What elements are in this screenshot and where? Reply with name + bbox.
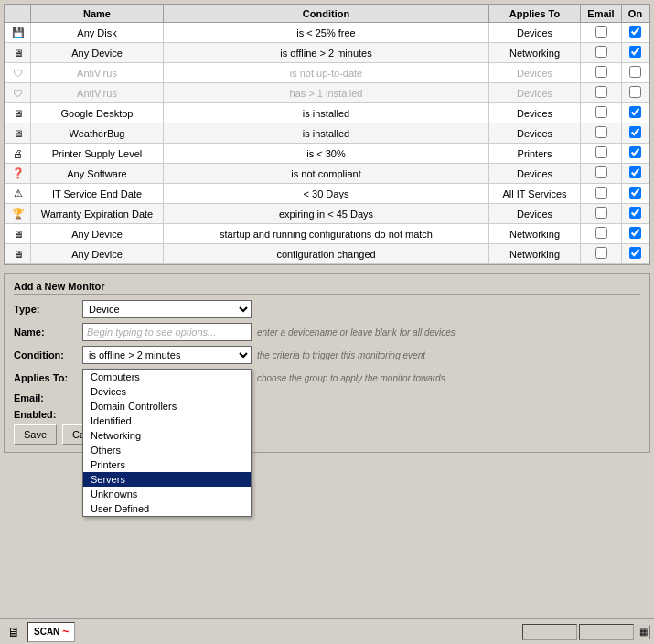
type-label: Type: bbox=[14, 304, 82, 315]
table-row: 🖥Any Devicestartup and running configura… bbox=[5, 224, 649, 244]
row-name: Warranty Expiration Date bbox=[31, 204, 164, 224]
row-on bbox=[622, 224, 649, 244]
row-on bbox=[622, 184, 649, 204]
email-checkbox-row[interactable] bbox=[595, 187, 607, 199]
add-monitor-section: Add a New Monitor Type: Device Printer N… bbox=[4, 273, 650, 453]
on-checkbox-row[interactable] bbox=[629, 86, 641, 98]
condition-select[interactable]: is offline > 2 minutes bbox=[82, 346, 252, 364]
row-name: IT Service End Date bbox=[31, 184, 164, 204]
email-checkbox-row[interactable] bbox=[595, 66, 607, 78]
on-checkbox-row[interactable] bbox=[629, 207, 641, 219]
row-name: Any Device bbox=[31, 224, 164, 244]
email-label: Email: bbox=[14, 392, 82, 403]
on-checkbox-row[interactable] bbox=[629, 26, 641, 38]
th-email: Email bbox=[581, 5, 622, 23]
row-icon: 💾 bbox=[5, 23, 31, 43]
row-email bbox=[581, 123, 622, 144]
email-checkbox-row[interactable] bbox=[595, 26, 607, 38]
table-row: 🛡AntiVirushas > 1 installedDevices bbox=[5, 83, 649, 103]
email-checkbox-row[interactable] bbox=[595, 86, 607, 98]
on-checkbox-row[interactable] bbox=[629, 126, 641, 138]
row-applies: Devices bbox=[489, 123, 581, 144]
row-email bbox=[581, 63, 622, 83]
row-on bbox=[622, 83, 649, 103]
save-button[interactable]: Save bbox=[14, 424, 57, 445]
row-email bbox=[581, 164, 622, 184]
row-icon: 🖨 bbox=[5, 144, 31, 164]
row-icon: 🖥 bbox=[5, 224, 31, 244]
row-applies: Devices bbox=[489, 23, 581, 43]
row-on bbox=[622, 103, 649, 123]
email-checkbox-row[interactable] bbox=[595, 166, 607, 178]
th-name: Name bbox=[31, 5, 164, 23]
row-on bbox=[622, 144, 649, 164]
on-checkbox-row[interactable] bbox=[629, 166, 641, 178]
scan-label: SCAN bbox=[34, 627, 59, 637]
taskbar-computer-icon[interactable]: 🖥 bbox=[4, 622, 24, 642]
on-checkbox-row[interactable] bbox=[629, 187, 641, 199]
on-checkbox-row[interactable] bbox=[629, 46, 641, 58]
row-icon: ❓ bbox=[5, 164, 31, 184]
th-applies: Applies To bbox=[489, 5, 581, 23]
on-checkbox-row[interactable] bbox=[629, 106, 641, 118]
on-checkbox-row[interactable] bbox=[629, 146, 641, 158]
enabled-label: Enabled: bbox=[14, 409, 82, 420]
dropdown-item[interactable]: Others bbox=[83, 443, 251, 457]
email-checkbox-row[interactable] bbox=[595, 126, 607, 138]
row-icon: ⚠ bbox=[5, 184, 31, 204]
main-container: Name Condition Applies To Email On 💾Any … bbox=[0, 0, 654, 644]
taskbar-scan[interactable]: SCAN ~ bbox=[27, 622, 75, 642]
row-icon: 🖥 bbox=[5, 103, 31, 123]
dropdown-item[interactable]: Domain Controllers bbox=[83, 399, 251, 413]
dropdown-item[interactable]: Servers bbox=[83, 472, 251, 487]
row-icon: 🖥 bbox=[5, 244, 31, 264]
row-email bbox=[581, 244, 622, 264]
dropdown-item[interactable]: Computers bbox=[83, 370, 251, 384]
row-condition: is installed bbox=[164, 123, 489, 144]
on-checkbox-row[interactable] bbox=[629, 247, 641, 259]
dropdown-item[interactable]: Identified bbox=[83, 413, 251, 428]
row-on bbox=[622, 63, 649, 83]
row-applies: Devices bbox=[489, 83, 581, 103]
dropdown-item[interactable]: Networking bbox=[83, 428, 251, 443]
on-checkbox-row[interactable] bbox=[629, 66, 641, 78]
applies-control-wrap: Computers choose the group to apply the … bbox=[82, 369, 445, 387]
dropdown-item[interactable]: User Defined bbox=[83, 501, 251, 516]
name-control-wrap: enter a devicename or leave blank for al… bbox=[82, 323, 456, 341]
email-checkbox-row[interactable] bbox=[595, 227, 607, 239]
email-checkbox-row[interactable] bbox=[595, 146, 607, 158]
applies-dropdown-list: ComputersDevicesDomain ControllersIdenti… bbox=[82, 369, 252, 517]
row-applies: Networking bbox=[489, 244, 581, 264]
condition-label: Condition: bbox=[14, 349, 82, 360]
email-checkbox-row[interactable] bbox=[595, 46, 607, 58]
name-row: Name: enter a devicename or leave blank … bbox=[14, 323, 640, 341]
taskbar: 🖥 SCAN ~ ▦ bbox=[0, 618, 654, 644]
row-email bbox=[581, 103, 622, 123]
name-input[interactable] bbox=[82, 323, 252, 341]
th-condition: Condition bbox=[164, 5, 489, 23]
row-condition: has > 1 installed bbox=[164, 83, 489, 103]
email-checkbox-row[interactable] bbox=[595, 106, 607, 118]
row-on bbox=[622, 164, 649, 184]
table-row: ⚠IT Service End Date< 30 DaysAll IT Serv… bbox=[5, 184, 649, 204]
type-select[interactable]: Device Printer Network Software bbox=[82, 300, 252, 318]
dropdown-item[interactable]: Printers bbox=[83, 457, 251, 472]
corner-icon[interactable]: ▦ bbox=[636, 625, 650, 639]
dropdown-item[interactable]: Devices bbox=[83, 384, 251, 399]
table-row: 🖨Printer Supply Levelis < 30%Printers bbox=[5, 144, 649, 164]
email-checkbox-row[interactable] bbox=[595, 247, 607, 259]
row-condition: is not up-to-date bbox=[164, 63, 489, 83]
table-row: 💾Any Diskis < 25% freeDevices bbox=[5, 23, 649, 43]
on-checkbox-row[interactable] bbox=[629, 227, 641, 239]
row-applies: Devices bbox=[489, 103, 581, 123]
dropdown-item[interactable]: Unknowns bbox=[83, 487, 251, 501]
row-email bbox=[581, 224, 622, 244]
row-email bbox=[581, 83, 622, 103]
th-on: On bbox=[622, 5, 649, 23]
row-name: Printer Supply Level bbox=[31, 144, 164, 164]
row-name: Any Disk bbox=[31, 23, 164, 43]
row-icon: 🖥 bbox=[5, 123, 31, 144]
row-email bbox=[581, 23, 622, 43]
email-checkbox-row[interactable] bbox=[595, 207, 607, 219]
row-name: Any Device bbox=[31, 43, 164, 63]
